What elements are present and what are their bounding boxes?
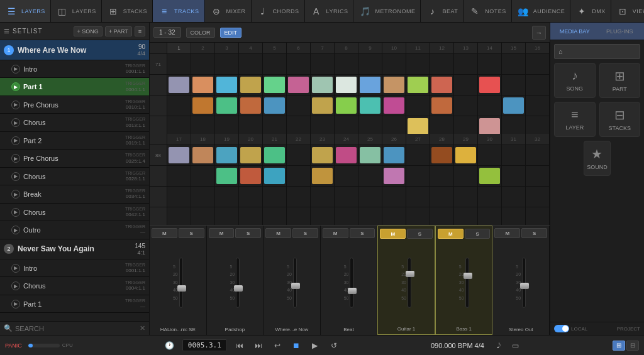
track-cell-2-1-9[interactable]: [382, 166, 406, 186]
track-cell-1-3-14[interactable]: [502, 116, 526, 134]
track-cell-2-1-5[interactable]: [287, 166, 311, 186]
track-cell-1-0-4[interactable]: [263, 54, 287, 74]
track-cell-1-1-12[interactable]: [454, 75, 478, 95]
setlist-menu-button[interactable]: ≡: [135, 26, 145, 36]
add-song-button[interactable]: + SONG: [74, 26, 103, 36]
track-cell-2-3-9[interactable]: [382, 207, 406, 225]
track-cell-2-3-12[interactable]: [454, 207, 478, 225]
track-cell-1-1-7[interactable]: [335, 75, 358, 95]
track-cell-2-1-3[interactable]: [239, 166, 263, 186]
solo-button-3[interactable]: S: [350, 228, 375, 238]
track-cell-1-0-1[interactable]: [191, 54, 215, 74]
mute-button-4[interactable]: M: [380, 229, 406, 239]
track-cell-2-3-7[interactable]: [335, 207, 358, 225]
plugins-tab[interactable]: PLUG-INS: [599, 28, 641, 35]
track-cell-1-3-15[interactable]: [526, 116, 550, 134]
track-cell-1-2-11[interactable]: [430, 96, 454, 116]
mute-button-3[interactable]: M: [323, 228, 348, 238]
track-cell-2-0-6[interactable]: [311, 145, 335, 165]
layout-btn-2[interactable]: ⊟: [626, 341, 639, 351]
add-part-button[interactable]: + PART: [105, 26, 132, 36]
track-cell-1-2-3[interactable]: [239, 96, 263, 116]
part-item-prechorus-1[interactable]: ▶ Pre Chorus TRIGGER 0010:1.1: [0, 96, 149, 114]
track-cell-1-3-5[interactable]: [287, 116, 311, 134]
track-cell-2-2-9[interactable]: [382, 187, 406, 207]
track-cell-2-0-1[interactable]: [191, 145, 215, 165]
part-item-part1-2[interactable]: ▶ Part 1 TRIGGER —: [0, 295, 149, 313]
part-item-intro-1[interactable]: ▶ Intro TRIGGER 0001:1.1: [0, 60, 149, 78]
track-cell-1-0-3[interactable]: [239, 54, 263, 74]
track-cell-1-0-14[interactable]: [502, 54, 526, 74]
track-cell-2-2-10[interactable]: [406, 187, 430, 207]
track-cell-1-1-6[interactable]: [311, 75, 335, 95]
part-item-chorus-3[interactable]: ▶ Chorus TRIGGER 0042:1.1: [0, 204, 149, 221]
fader-track-1[interactable]: [236, 258, 240, 308]
part-play-chorus-2[interactable]: ▶: [11, 172, 20, 181]
part-item-part1[interactable]: ▶ Part 1 TRIGGER 0004:1.1: [0, 78, 149, 96]
track-cell-1-1-5[interactable]: [287, 75, 311, 95]
track-cell-1-0-9[interactable]: [382, 54, 406, 74]
search-clear-icon[interactable]: ✕: [140, 324, 145, 332]
track-cell-2-2-4[interactable]: [263, 187, 287, 207]
mute-button-6[interactable]: M: [494, 228, 520, 238]
track-cell-2-0-11[interactable]: [430, 145, 454, 165]
fader-handle-3[interactable]: [348, 288, 357, 294]
part-play-chorus-1[interactable]: ▶: [11, 118, 20, 127]
return-button[interactable]: ↩: [271, 339, 284, 352]
track-cell-2-3-4[interactable]: [263, 207, 287, 225]
track-cell-1-1-2[interactable]: [215, 75, 239, 95]
track-cell-2-2-5[interactable]: [287, 187, 311, 207]
fader-handle-2[interactable]: [291, 283, 300, 289]
part-play-break[interactable]: ▶: [11, 190, 20, 199]
track-cell-1-2-14[interactable]: [502, 96, 526, 116]
part-play-intro-1[interactable]: ▶: [11, 65, 20, 74]
track-cell-2-2-11[interactable]: [430, 187, 454, 207]
edit-tool-button[interactable]: EDIT: [220, 28, 242, 38]
media-item-stacks[interactable]: ⊟ STACKS: [599, 102, 641, 137]
track-cell-2-1-12[interactable]: [454, 166, 478, 186]
track-cell-2-3-14[interactable]: [502, 207, 526, 225]
track-cell-1-2-6[interactable]: [311, 96, 335, 116]
track-cell-1-2-10[interactable]: [406, 96, 430, 116]
toolbar-metronome[interactable]: 🎵 METRONOME: [353, 0, 421, 22]
solo-button-6[interactable]: S: [521, 228, 547, 238]
fader-track-4[interactable]: [408, 258, 411, 308]
fader-handle-5[interactable]: [464, 273, 472, 279]
toolbar-notes[interactable]: ✎ NOTES: [464, 0, 512, 22]
part-play-chorus-3[interactable]: ▶: [11, 208, 20, 217]
part-play-intro-2[interactable]: ▶: [11, 264, 20, 273]
track-cell-1-2-5[interactable]: [287, 96, 311, 116]
track-cell-1-3-3[interactable]: [239, 116, 263, 134]
track-cell-1-3-11[interactable]: [430, 116, 454, 134]
track-cell-2-2-15[interactable]: [526, 187, 550, 207]
track-cell-1-3-13[interactable]: [478, 116, 502, 134]
part-item-prechorus-2[interactable]: ▶ Pre Chorus TRIGGER 0025:1.4: [0, 150, 149, 167]
track-cell-2-3-2[interactable]: [215, 207, 239, 225]
toolbar-audience[interactable]: 👥 AUDIENCE: [512, 0, 571, 22]
fader-track-3[interactable]: [350, 258, 353, 308]
track-cell-1-0-8[interactable]: [358, 54, 382, 74]
toolbar-mixer[interactable]: ⊜ MIXER: [205, 0, 252, 22]
toolbar-chords[interactable]: ♩ CHORDS: [252, 0, 305, 22]
track-cell-1-2-0[interactable]: [167, 96, 191, 116]
track-cell-2-1-7[interactable]: [335, 166, 358, 186]
play-button[interactable]: ▶: [309, 339, 321, 352]
track-cell-2-0-13[interactable]: [478, 145, 502, 165]
track-cell-2-1-14[interactable]: [502, 166, 526, 186]
track-cell-2-3-0[interactable]: [167, 207, 191, 225]
track-cell-2-0-0[interactable]: [167, 145, 191, 165]
part-play-outro[interactable]: ▶: [11, 226, 20, 234]
track-cell-2-2-8[interactable]: [358, 187, 382, 207]
track-cell-2-3-15[interactable]: [526, 207, 550, 225]
track-cell-2-0-9[interactable]: [382, 145, 406, 165]
toolbar-layers[interactable]: ◫ LAYERS: [51, 0, 102, 22]
part-play-chorus-4[interactable]: ▶: [11, 281, 20, 290]
fader-track-2[interactable]: [293, 258, 297, 308]
track-cell-1-0-6[interactable]: [311, 54, 335, 74]
track-cell-2-3-5[interactable]: [287, 207, 311, 225]
track-cell-1-0-15[interactable]: [526, 54, 550, 74]
part-play-part1[interactable]: ▶: [11, 82, 20, 91]
track-cell-2-1-2[interactable]: [215, 166, 239, 186]
media-item-layer[interactable]: ≡ LAYER: [554, 102, 596, 137]
position-display[interactable]: 0005.3.1: [182, 339, 227, 351]
